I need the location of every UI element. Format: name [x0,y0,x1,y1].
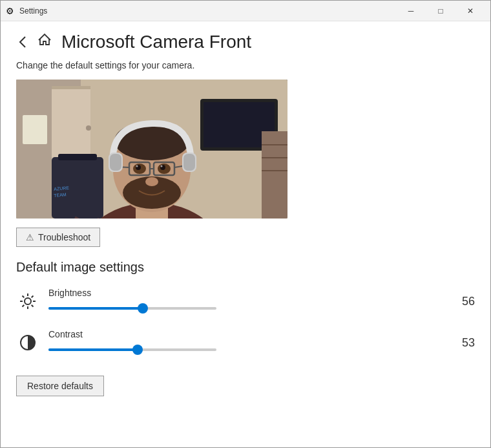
brightness-row: Brightness 56 [16,288,475,315]
contrast-fill [48,348,138,351]
brightness-label: Brightness [48,288,432,298]
svg-rect-10 [262,157,287,158]
home-icon [37,32,52,52]
warning-icon: ⚠ [26,232,34,242]
camera-image: AZURE TEAM [16,80,287,219]
contrast-row: Contrast 53 [16,329,475,356]
minimize-button[interactable]: ─ [396,1,426,21]
contrast-icon [16,331,39,354]
contrast-thumb[interactable] [132,345,143,355]
svg-rect-11 [262,170,287,171]
svg-line-49 [23,305,25,307]
section-title: Default image settings [16,260,475,275]
svg-rect-3 [52,86,90,89]
contrast-slider-track-container[interactable] [48,343,216,356]
page-header: Microsoft Camera Front [16,32,475,52]
title-bar-icon: ⚙ [6,6,14,16]
svg-rect-5 [23,115,47,144]
brightness-fill [48,307,143,310]
brightness-thumb[interactable] [138,303,148,314]
svg-point-41 [25,298,31,304]
title-bar: ⚙ Settings ─ □ ✕ [1,1,490,21]
svg-rect-9 [262,144,287,145]
restore-defaults-button[interactable]: Restore defaults [16,376,104,396]
svg-line-48 [32,296,34,298]
contrast-value: 53 [452,336,475,350]
contrast-slider-content: Contrast [48,329,432,356]
subtitle-text: Change the default settings for your cam… [16,60,475,70]
brightness-slider-track-container[interactable] [48,302,216,315]
svg-point-34 [136,165,138,167]
title-bar-left: ⚙ Settings [6,6,47,16]
troubleshoot-button[interactable]: ⚠ Troubleshoot [16,228,100,247]
title-bar-controls: ─ □ ✕ [396,1,485,21]
svg-rect-13 [58,154,97,160]
brightness-track [48,307,216,310]
page-title-row: Microsoft Camera Front [37,32,251,52]
svg-line-47 [32,305,34,307]
close-button[interactable]: ✕ [455,1,485,21]
title-bar-text: Settings [19,6,47,16]
svg-rect-39 [110,154,121,171]
brightness-value: 56 [452,295,475,308]
camera-preview: AZURE TEAM [16,80,287,219]
back-button[interactable] [16,33,29,51]
page-title: Microsoft Camera Front [61,32,251,52]
back-icon [19,36,26,48]
main-content: Microsoft Camera Front Change the defaul… [1,21,490,448]
maximize-button[interactable]: □ [426,1,455,21]
svg-point-4 [86,125,91,131]
svg-rect-40 [183,154,195,171]
svg-point-36 [145,177,158,186]
contrast-track [48,348,216,351]
svg-line-46 [23,296,25,298]
brightness-icon [16,290,39,313]
contrast-label: Contrast [48,329,432,339]
troubleshoot-label: Troubleshoot [38,232,90,242]
svg-point-35 [161,165,163,167]
brightness-slider-content: Brightness [48,288,432,315]
